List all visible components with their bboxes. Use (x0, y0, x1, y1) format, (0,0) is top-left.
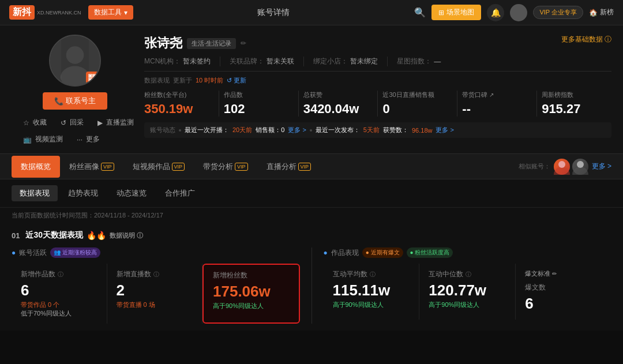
reputation-value: -- (462, 102, 527, 117)
interact-mid-card: 互动中位数 ⓘ 120.77w 高于90%同级达人 (419, 264, 516, 320)
more-link-1[interactable]: 更多 > (288, 126, 306, 134)
sub-tab-performance[interactable]: 数据表现 (12, 185, 58, 201)
svg-rect-10 (89, 79, 91, 81)
dots-icon: ··· (77, 136, 82, 144)
sub-tab-trend[interactable]: 趋势表现 (60, 185, 106, 201)
account-status: 账号动态 最近一次开播： 20天前 销售额：0 更多 > 最近一次发布： 5天前… (144, 122, 611, 138)
tab-fans[interactable]: 粉丝画像VIP (60, 156, 123, 178)
similar-avatar-2[interactable] (572, 159, 588, 175)
sub-tab-dynamic[interactable]: 动态速览 (108, 185, 155, 201)
logo-text: 新抖 (9, 5, 35, 20)
fans-count: 96.18w (412, 127, 432, 134)
update-row: 数据表现 更新于 10 时时前 ↺ 更新 (144, 76, 611, 85)
callback-button[interactable]: ↺ 回采 (61, 118, 84, 127)
new-live-value: 2 (117, 282, 193, 299)
reputation-stat: 带货口碑 ↗ -- (462, 91, 532, 117)
contact-button[interactable]: 📞 联系号主 (43, 92, 107, 110)
new-fans-value: 175.06w (213, 283, 290, 301)
tab-videos[interactable]: 短视频作品VIP (123, 156, 194, 178)
svg-rect-8 (93, 75, 95, 77)
video-monitor-button[interactable]: 📺 视频监测 (23, 134, 63, 144)
data-note-button[interactable]: 数据说明 ⓘ (110, 231, 143, 240)
edit-icon[interactable]: ✏ (241, 39, 246, 47)
meta-row: MCN机构： 暂未签约 关联品牌： 暂未关联 绑定小店： 暂未绑定 星图指数： … (144, 57, 611, 72)
notification-button[interactable]: 🔔 (487, 4, 504, 21)
similar-more-link[interactable]: 更多 > (592, 162, 611, 171)
map-button[interactable]: ⊞ 场景地图 (431, 5, 481, 20)
info-icon: ⓘ (58, 271, 63, 279)
brand-item: 关联品牌： 暂未关联 (230, 57, 304, 66)
avatar (49, 35, 101, 87)
tab-live[interactable]: 直播分析VIP (257, 156, 321, 178)
page-title: 账号详情 (133, 7, 415, 18)
svg-rect-11 (93, 78, 94, 80)
mcn-item: MCN机构： 暂未签约 (144, 57, 220, 66)
new-works-sub: 带货作品 0 个 (21, 301, 97, 309)
tab-overview[interactable]: 数据概览 (12, 156, 60, 178)
sales-value: 0 (382, 102, 448, 117)
new-works-card: 新增作品数 ⓘ 6 带货作品 0 个 低于70%同级达人 (12, 264, 107, 324)
top-nav: 新抖 XD.NEWRANK.CN 数据工具 ▾ 账号详情 🔍 ⊞ 场景地图 🔔 … (0, 0, 623, 25)
info-icon-2: ⓘ (153, 271, 159, 279)
likes-stat: 总获赞 3420.04w (303, 91, 373, 117)
question-circle-icon: ⓘ (137, 231, 143, 240)
stats-grid: 粉丝数(全平台) 350.19w 作品数 102 总获赞 3420.04w 近3… (144, 91, 611, 117)
interact-avg-value: 115.11w (333, 282, 410, 299)
info-icon-4: ⓘ (466, 271, 471, 279)
weekly-stat: 周新榜指数 915.27 (542, 91, 611, 117)
activity-row: ● 账号活跃 👥 近期涨粉较高 新增作品数 ⓘ 6 带货作品 0 个 低于70%… (12, 247, 611, 324)
profile-category: 生活·生活记录 (187, 38, 236, 49)
profile-left: 📞 联系号主 ☆ 收藏 ↺ 回采 ▶ 直播监测 📺 (12, 35, 138, 153)
more-data-link[interactable]: 更多基础数据 ⓘ (561, 35, 611, 44)
fire-icon-2: 🔥 (96, 231, 106, 240)
similar-avatar-1[interactable] (554, 159, 570, 175)
svg-rect-13 (93, 80, 94, 81)
chevron-down-icon: ▾ (124, 9, 127, 17)
vip-tag: VIP (101, 163, 114, 171)
logo: 新抖 XD.NEWRANK.CN (9, 5, 81, 20)
live-monitor-button[interactable]: ▶ 直播监测 (97, 118, 134, 127)
section-title: 01 近30天数据表现 🔥 🔥 数据说明 ⓘ (12, 230, 611, 241)
more-link-2[interactable]: 更多 > (436, 126, 453, 134)
more-actions-button[interactable]: ··· 更多 (77, 134, 100, 144)
search-icon[interactable]: 🔍 (414, 7, 426, 18)
new-fans-note: 高于90%同级达人 (213, 302, 290, 310)
new-works-note: 低于70%同级达人 (21, 309, 97, 318)
section-num: 01 (12, 231, 20, 240)
flame-icon: ● (366, 249, 369, 256)
nav-right: 🔍 ⊞ 场景地图 🔔 VIP 企业专享 🏠 新榜 (414, 4, 614, 21)
explode-value: 6 (525, 295, 602, 313)
interact-mid-value: 120.77w (429, 282, 506, 299)
star-icon: ☆ (23, 119, 29, 127)
qr-icon (86, 72, 99, 84)
refresh-small-icon: ↺ (227, 77, 232, 84)
data-tools-button[interactable]: 数据工具 ▾ (88, 5, 133, 20)
interact-mid-note: 高于90%同级达人 (429, 301, 506, 309)
new-list-button[interactable]: 🏠 新榜 (589, 7, 614, 17)
fans-stat: 粉丝数(全平台) 350.19w (144, 91, 214, 117)
new-live-sub: 带货直播 0 场 (117, 301, 193, 309)
explode-standard[interactable]: 爆文标准 ✏ (525, 269, 602, 278)
star-item: 星图指数： — (397, 57, 450, 66)
works-activity-header: ● 作品表现 ● 近期有爆文 ● 粉丝活跃度高 (324, 247, 612, 258)
section-divider (312, 247, 312, 324)
svg-rect-14 (95, 80, 96, 81)
export-icon: ↗ (489, 92, 494, 98)
sidebar-actions: ☆ 收藏 ↺ 回采 ▶ 直播监测 📺 视频监测 ··· (12, 118, 138, 144)
tab-goods[interactable]: 带货分析VIP (194, 156, 257, 178)
activity-badge: 👥 近期涨粉较高 (50, 247, 100, 258)
edit-icon-2: ✏ (552, 271, 557, 277)
data-label: 数据表现 (144, 76, 170, 85)
vip-badge[interactable]: VIP 企业专享 (533, 6, 583, 19)
works-activity-col: ● 作品表现 ● 近期有爆文 ● 粉丝活跃度高 互动平均数 ⓘ 115.1 (324, 247, 612, 324)
sub-tabs: 数据表现 趋势表现 动态速览 合作推广 (0, 179, 623, 208)
collect-button[interactable]: ☆ 收藏 (23, 118, 47, 127)
vip-tag-3: VIP (235, 163, 248, 171)
profile-name: 张诗尧 (144, 35, 182, 52)
grid-icon: ⊞ (438, 9, 444, 17)
update-link[interactable]: ↺ 更新 (227, 76, 246, 85)
purple-icon: 👥 (54, 249, 61, 256)
avatar-nav[interactable] (510, 4, 527, 21)
svg-rect-6 (89, 75, 91, 77)
sub-tab-collab[interactable]: 合作推广 (157, 185, 203, 201)
